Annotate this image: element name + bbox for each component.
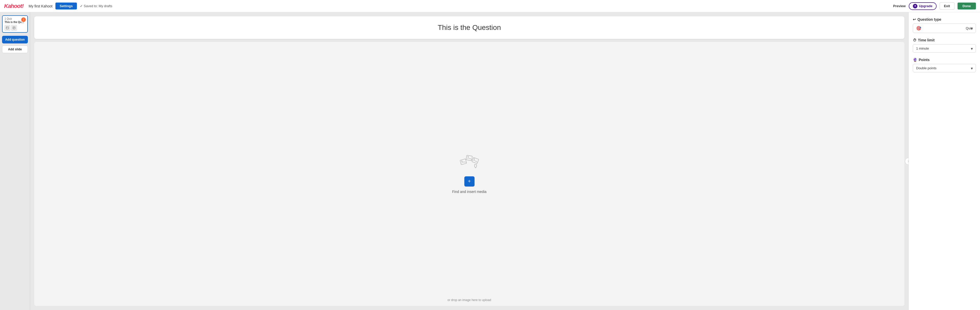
svg-rect-6 (460, 159, 467, 165)
main-layout: 1 Quiz This is the Question (0, 12, 980, 310)
card-text-btn[interactable] (11, 25, 17, 31)
saved-text: Saved to: My drafts (84, 4, 112, 8)
header: Kahoot! My first Kahoot Settings ✓ Saved… (0, 0, 980, 12)
question-input-box[interactable]: This is the Question (34, 16, 904, 39)
card-image-btn[interactable] (5, 25, 10, 31)
kahoot-title: My first Kahoot (29, 4, 52, 8)
points-select-wrapper: Double points (913, 64, 976, 72)
points-value: Double points (916, 66, 937, 70)
time-limit-title: ⏱ Time limit (913, 38, 976, 42)
settings-button[interactable]: Settings (56, 3, 76, 10)
preview-button[interactable]: Preview (893, 4, 906, 8)
canvas-area: This is the Question (30, 12, 908, 310)
add-question-button[interactable]: Add question (2, 36, 28, 43)
svg-point-11 (474, 158, 475, 160)
question-type-select[interactable]: 🎯 Quiz (913, 24, 976, 33)
expand-button[interactable]: › (905, 158, 908, 165)
points-icon: 🔮 (913, 58, 917, 62)
question-type-section: ↩ Question type 🎯 Quiz (913, 18, 976, 33)
add-slide-button[interactable]: Add slide (2, 45, 28, 53)
upgrade-label: Upgrade (919, 4, 932, 8)
upgrade-star-icon: ✦ (913, 4, 918, 8)
points-section: 🔮 Points Double points (913, 58, 976, 72)
points-select[interactable]: Double points (913, 64, 976, 72)
svg-point-9 (468, 156, 469, 157)
media-insert-box: + Find and insert media or drop an image… (34, 42, 904, 306)
question-card-actions (5, 25, 25, 31)
logo: Kahoot! (4, 3, 24, 10)
done-button[interactable]: Done (958, 3, 976, 10)
question-type-icon: ↩ (913, 18, 916, 21)
card-warning-badge: ! (21, 18, 26, 22)
question-type-title: ↩ Question type (913, 18, 976, 21)
time-limit-value: 1 minute (916, 46, 929, 50)
time-limit-section: ⏱ Time limit 1 minute (913, 38, 976, 53)
header-right: Preview ✦ Upgrade Exit Done (893, 2, 976, 10)
time-limit-select[interactable]: 1 minute (913, 44, 976, 53)
upgrade-button[interactable]: ✦ Upgrade (909, 2, 937, 10)
plus-icon: + (468, 178, 471, 184)
question-card-1[interactable]: 1 Quiz This is the Question (2, 15, 28, 33)
time-limit-select-wrapper: 1 minute (913, 44, 976, 53)
time-limit-label: Time limit (918, 38, 934, 42)
question-type-value: Quiz (966, 26, 973, 30)
question-text: This is the Question (438, 24, 501, 32)
svg-rect-10 (472, 157, 479, 163)
logo-text: Kahoot! (4, 3, 24, 9)
svg-point-7 (461, 160, 462, 161)
exit-button[interactable]: Exit (940, 2, 955, 10)
points-title: 🔮 Points (913, 58, 976, 62)
question-type-select-wrapper: 🎯 Quiz (913, 24, 976, 33)
drop-label: or drop an image here to upload (447, 298, 491, 302)
points-label: Points (919, 58, 930, 62)
media-add-button[interactable]: + (465, 176, 474, 187)
right-panel: ↩ Question type 🎯 Quiz ⏱ Time limit 1 mi… (908, 12, 980, 310)
quiz-type-emoji: 🎯 (916, 26, 921, 31)
question-type-label: Question type (918, 18, 941, 21)
sidebar: 1 Quiz This is the Question (0, 12, 30, 310)
media-label: Find and insert media (452, 190, 487, 194)
saved-status: ✓ Saved to: My drafts (80, 4, 112, 8)
media-icon-cluster (459, 154, 480, 173)
time-limit-icon: ⏱ (913, 38, 916, 42)
saved-check-icon: ✓ (80, 4, 83, 8)
